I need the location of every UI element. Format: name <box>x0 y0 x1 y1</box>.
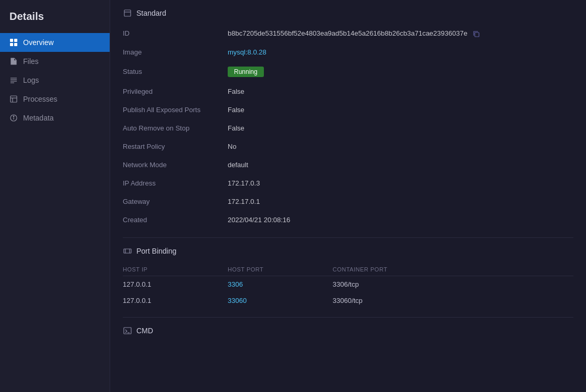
standard-section-header: Standard <box>123 8 573 18</box>
page-title: Details <box>0 5 110 33</box>
table-row: 127.0.0.13306033060/tcp <box>123 292 573 309</box>
host-port-link[interactable]: 33060 <box>228 297 247 304</box>
sidebar-item-overview[interactable]: Overview <box>0 33 110 52</box>
svg-rect-18 <box>475 32 479 37</box>
cmd-section: CMD <box>110 318 586 350</box>
field-value-ip-address: 172.17.0.3 <box>228 174 573 192</box>
sidebar-item-logs-label: Logs <box>23 76 39 84</box>
field-value-privileged: False <box>228 82 573 101</box>
sidebar-item-files-label: Files <box>23 57 39 66</box>
host-port-cell: 33060 <box>228 292 333 309</box>
field-label-restart-policy: Restart Policy <box>123 137 228 156</box>
standard-icon <box>123 8 132 18</box>
host-ip-cell: 127.0.0.1 <box>123 292 228 309</box>
field-label-auto-remove: Auto Remove on Stop <box>123 119 228 137</box>
field-value-publish-ports: False <box>228 101 573 119</box>
standard-section: Standard ID b8bc7205de531556bf52e4803ea9… <box>110 0 586 237</box>
field-value-gateway: 172.17.0.1 <box>228 192 573 211</box>
port-binding-title: Port Binding <box>136 247 176 255</box>
field-value-network-mode: default <box>228 156 573 174</box>
sidebar-item-processes[interactable]: Processes <box>0 90 110 108</box>
col-host-ip: HOST IP <box>123 262 228 276</box>
sidebar: Details Overview Files <box>0 0 110 392</box>
field-label-created: Created <box>123 211 228 229</box>
cmd-title: CMD <box>136 326 153 335</box>
field-value-created: 2022/04/21 20:08:16 <box>228 211 573 229</box>
field-label-publish-ports: Publish All Exposed Ports <box>123 101 228 119</box>
port-binding-table: HOST IP HOST PORT CONTAINER PORT 127.0.0… <box>123 262 573 309</box>
table-row: Publish All Exposed Ports False <box>123 101 573 119</box>
field-value-id: b8bc7205de531556bf52e4803ea9ad5b14e5a261… <box>228 24 573 43</box>
detail-table: ID b8bc7205de531556bf52e4803ea9ad5b14e5a… <box>123 24 573 229</box>
standard-title: Standard <box>136 9 166 17</box>
logs-icon <box>9 76 18 84</box>
field-label-gateway: Gateway <box>123 192 228 211</box>
main-content: Standard ID b8bc7205de531556bf52e4803ea9… <box>110 0 586 392</box>
table-row: Created 2022/04/21 20:08:16 <box>123 211 573 229</box>
table-row: IP Address 172.17.0.3 <box>123 174 573 192</box>
col-host-port: HOST PORT <box>228 262 333 276</box>
status-badge: Running <box>228 67 264 77</box>
field-value-status: Running <box>228 61 573 82</box>
copy-id-button[interactable] <box>473 30 480 38</box>
table-row: Gateway 172.17.0.1 <box>123 192 573 211</box>
field-value-image: mysql:8.0.28 <box>228 43 573 61</box>
field-value-restart-policy: No <box>228 137 573 156</box>
svg-rect-0 <box>10 39 13 42</box>
table-row: Network Mode default <box>123 156 573 174</box>
table-row: 127.0.0.133063306/tcp <box>123 276 573 292</box>
sidebar-item-overview-label: Overview <box>23 38 54 47</box>
host-port-link[interactable]: 3306 <box>228 280 243 288</box>
sidebar-item-metadata-label: Metadata <box>23 114 54 122</box>
container-port-cell: 3306/tcp <box>333 276 573 292</box>
cmd-section-header: CMD <box>123 326 573 335</box>
metadata-icon <box>9 114 18 122</box>
sidebar-item-processes-label: Processes <box>23 95 57 103</box>
container-port-cell: 33060/tcp <box>333 292 573 309</box>
svg-rect-2 <box>10 43 13 46</box>
port-binding-header: Port Binding <box>123 246 573 256</box>
host-port-cell: 3306 <box>228 276 333 292</box>
files-icon <box>9 57 18 66</box>
port-binding-section: Port Binding HOST IP HOST PORT CONTAINER… <box>110 238 586 317</box>
table-row: Auto Remove on Stop False <box>123 119 573 137</box>
table-row: Privileged False <box>123 82 573 101</box>
port-table-header-row: HOST IP HOST PORT CONTAINER PORT <box>123 262 573 276</box>
sidebar-item-metadata[interactable]: Metadata <box>0 108 110 127</box>
processes-icon <box>9 95 18 103</box>
sidebar-item-files[interactable]: Files <box>0 52 110 71</box>
svg-rect-1 <box>14 39 17 42</box>
svg-rect-19 <box>124 249 131 253</box>
cmd-icon <box>123 326 132 335</box>
field-label-id: ID <box>123 24 228 43</box>
table-row: Status Running <box>123 61 573 82</box>
overview-icon <box>9 38 18 47</box>
svg-rect-10 <box>10 96 17 102</box>
field-label-status: Status <box>123 61 228 82</box>
field-label-image: Image <box>123 43 228 61</box>
port-binding-icon <box>123 246 132 256</box>
svg-point-15 <box>13 116 14 117</box>
image-link[interactable]: mysql:8.0.28 <box>228 48 267 56</box>
svg-rect-3 <box>14 43 17 46</box>
field-label-ip-address: IP Address <box>123 174 228 192</box>
col-container-port: CONTAINER PORT <box>333 262 573 276</box>
host-ip-cell: 127.0.0.1 <box>123 276 228 292</box>
svg-rect-16 <box>124 10 131 16</box>
field-label-network-mode: Network Mode <box>123 156 228 174</box>
table-row: Restart Policy No <box>123 137 573 156</box>
field-label-privileged: Privileged <box>123 82 228 101</box>
table-row: Image mysql:8.0.28 <box>123 43 573 61</box>
table-row: ID b8bc7205de531556bf52e4803ea9ad5b14e5a… <box>123 24 573 43</box>
sidebar-item-logs[interactable]: Logs <box>0 71 110 90</box>
field-value-auto-remove: False <box>228 119 573 137</box>
